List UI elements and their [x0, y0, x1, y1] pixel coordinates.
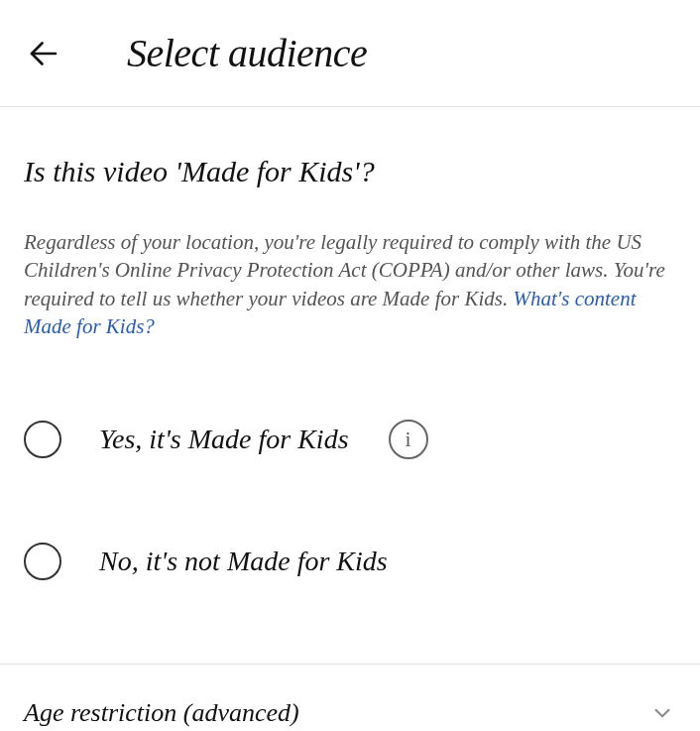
radio-icon — [24, 421, 61, 458]
age-restriction-label: Age restriction (advanced) — [24, 698, 299, 728]
option-label: No, it's not Made for Kids — [99, 546, 388, 577]
option-not-made-for-kids[interactable]: No, it's not Made for Kids — [24, 543, 676, 580]
option-label: Yes, it's Made for Kids — [99, 424, 349, 455]
audience-description: Regardless of your location, you're lega… — [24, 228, 676, 340]
audience-question: Is this video 'Made for Kids'? — [24, 155, 676, 188]
header: Select audience — [0, 0, 700, 107]
radio-icon — [24, 543, 61, 580]
page-title: Select audience — [127, 30, 367, 76]
option-yes-made-for-kids[interactable]: Yes, it's Made for Kids i — [24, 420, 676, 459]
chevron-down-icon — [648, 699, 676, 727]
audience-options: Yes, it's Made for Kids i No, it's not M… — [24, 420, 676, 580]
info-icon[interactable]: i — [389, 420, 428, 459]
content: Is this video 'Made for Kids'? Regardles… — [0, 107, 700, 580]
age-restriction-row[interactable]: Age restriction (advanced) — [0, 665, 700, 731]
back-arrow-icon[interactable] — [24, 34, 63, 73]
